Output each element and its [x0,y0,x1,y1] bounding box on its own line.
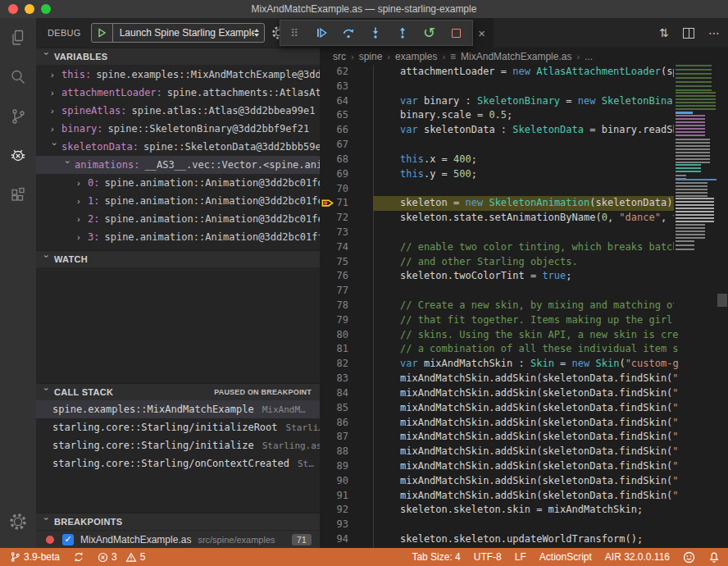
vertical-scrollbar[interactable] [717,65,728,548]
code-line-current[interactable]: 71skeleton = new SkeletonAnimation(skele… [320,196,728,211]
line-number[interactable]: 76 [320,269,348,284]
line-number[interactable]: 92 [320,503,348,518]
breakpoint-row[interactable]: ✓MixAndMatchExample.assrc/spine/examples… [36,531,320,548]
code-line[interactable]: 81// a combination of all these individu… [320,342,728,357]
code-line[interactable]: 66var skeletonData : SkeletonData = bina… [320,123,728,138]
line-number[interactable]: 67 [320,138,348,153]
variable-row[interactable]: ›animations:__AS3__.vec::Vector.<spine.a… [36,156,320,174]
code-line[interactable]: 90mixAndMatchSkin.addSkin(skeletonData.f… [320,474,728,489]
code-line[interactable]: 84mixAndMatchSkin.addSkin(skeletonData.f… [320,386,728,401]
breakpoints-section-header[interactable]: › BREAKPOINTS [36,513,320,530]
breakpoint-checkbox[interactable]: ✓ [62,534,74,545]
code-line[interactable]: 78// Create a new skin, by mixing and ma… [320,299,728,313]
encoding-item[interactable]: UTF-8 [474,551,502,563]
paused-breakpoint-arrow-icon[interactable] [321,197,334,209]
code-line[interactable]: 68this.x = 400; [320,153,728,167]
code-line[interactable]: 86mixAndMatchSkin.addSkin(skeletonData.f… [320,416,728,431]
call-stack-frame[interactable]: spine.examples::MixAndMatchExampleMixAnd… [36,400,320,418]
continue-icon[interactable] [307,20,334,46]
line-number[interactable]: 90 [320,474,348,489]
chevron-down-icon[interactable]: › [46,143,64,153]
code-line[interactable]: 74// enable two color tinting, which bre… [320,240,728,255]
line-number[interactable]: 88 [320,445,348,459]
call-stack-frame[interactable]: starling.core::Starling/initializeStarli… [36,436,320,454]
variable-row[interactable]: ›1:spine.animation::Animation@3dd2bc01fe… [36,192,320,210]
watch-section-header[interactable]: › WATCH [36,250,320,267]
breadcrumb-item[interactable]: spine [359,51,383,62]
line-number[interactable]: 75 [320,255,348,270]
code-line[interactable]: 89mixAndMatchSkin.addSkin(skeletonData.f… [320,459,728,474]
line-number[interactable]: 80 [320,328,348,343]
chevron-right-icon[interactable]: › [77,228,88,246]
launch-config-select[interactable]: Launch Spine Starling Example [91,23,265,43]
step-over-icon[interactable] [334,20,362,46]
line-number[interactable]: 78 [320,299,348,313]
variable-row[interactable]: ›spineAtlas:spine.atlas::Atlas@3dd2bbea9… [36,102,320,120]
line-number[interactable]: 66 [320,123,348,138]
line-number[interactable]: 79 [320,313,348,328]
close-tab-icon[interactable]: × [478,26,485,40]
code-line[interactable]: 82var mixAndMatchSkin : Skin = new Skin(… [320,357,728,372]
feedback-smiley-icon[interactable] [683,551,695,564]
breadcrumb[interactable]: src›spine›examples›≡MixAndMatchExample.a… [320,48,728,65]
variable-row[interactable]: ›attachmentLoader:spine.attachments::Atl… [36,84,320,102]
call-stack-frame[interactable]: starling.core::Starling/initializeRootSt… [36,418,320,436]
eol-item[interactable]: LF [515,551,526,563]
line-number[interactable]: 82 [320,357,348,372]
breadcrumb-item[interactable]: examples [395,51,437,62]
notifications-bell-icon[interactable] [708,551,720,564]
line-number[interactable]: 87 [320,430,348,445]
step-into-icon[interactable] [362,20,389,46]
start-debug-icon[interactable] [92,24,113,42]
breadcrumb-item[interactable]: src [333,51,346,62]
split-editor-icon[interactable] [683,28,694,39]
code-line[interactable]: 75// and other Starling objects. [320,255,728,270]
chevron-down-icon[interactable]: › [59,161,77,171]
code-line[interactable]: 80// skins. Using the skin API, a new sk… [320,328,728,343]
breadcrumb-item[interactable]: MixAndMatchExample.as [461,51,571,62]
code-line[interactable]: 62attachmentLoader = new AtlasAttachment… [320,65,728,80]
line-number[interactable]: 81 [320,342,348,357]
tab-size-item[interactable]: Tab Size: 4 [412,551,460,563]
chevron-right-icon[interactable]: › [51,66,61,84]
code-line[interactable]: 77 [320,284,728,299]
chevron-right-icon[interactable]: › [51,84,61,102]
code-line[interactable]: 72skeleton.state.setAnimationByName(0, "… [320,211,728,226]
chevron-right-icon[interactable]: › [51,120,61,138]
git-branch-item[interactable]: 3.9-beta [10,551,60,563]
line-number[interactable]: 74 [320,240,348,255]
line-number[interactable]: 91 [320,489,348,504]
chevron-right-icon[interactable]: › [77,192,88,210]
line-number[interactable]: 83 [320,372,348,386]
more-actions-icon[interactable]: ⋯ [708,26,720,39]
line-number[interactable]: 70 [320,182,348,197]
runtime-item[interactable]: AIR 32.0.0.116 [605,551,670,563]
code-lines[interactable]: 62attachmentLoader = new AtlasAttachment… [320,65,728,547]
code-line[interactable]: 88mixAndMatchSkin.addSkin(skeletonData.f… [320,445,728,459]
chevron-right-icon[interactable]: › [51,102,61,120]
code-line[interactable]: 93 [320,518,728,532]
step-out-icon[interactable] [389,20,416,46]
code-line[interactable]: 83mixAndMatchSkin.addSkin(skeletonData.f… [320,372,728,386]
line-number[interactable]: 93 [320,518,348,532]
stop-icon[interactable] [443,20,470,46]
debug-icon[interactable] [0,136,36,176]
code-line[interactable]: 65binary.scale = 0.5; [320,108,728,123]
line-number[interactable]: 86 [320,416,348,431]
breadcrumb-item[interactable]: ... [585,51,593,62]
variable-row[interactable]: ›this:spine.examples::MixAndMatchExample… [36,66,320,84]
line-number[interactable]: 84 [320,386,348,401]
call-stack-section-header[interactable]: › CALL STACK PAUSED ON BREAKPOINT [36,383,320,400]
line-number[interactable]: 89 [320,459,348,474]
extensions-icon[interactable] [0,176,36,215]
minimize-window-icon[interactable] [25,4,34,14]
variable-row[interactable]: ›2:spine.animation::Animation@3dd2bc01fe… [36,210,320,228]
code-line[interactable]: 64var binary : SkeletonBinary = new Skel… [320,94,728,109]
code-line[interactable]: 85mixAndMatchSkin.addSkin(skeletonData.f… [320,401,728,416]
variable-row[interactable]: ›skeletonData:spine::SkeletonData@3dd2bb… [36,138,320,156]
restart-icon[interactable]: ↺ [416,20,443,46]
code-line[interactable]: 92skeleton.skeleton.skin = mixAndMatchSk… [320,503,728,518]
code-line[interactable]: 91mixAndMatchSkin.addSkin(skeletonData.f… [320,489,728,504]
variable-row[interactable]: ›3:spine.animation::Animation@3dd2bc01ff… [36,228,320,246]
chevron-right-icon[interactable]: › [77,174,88,192]
